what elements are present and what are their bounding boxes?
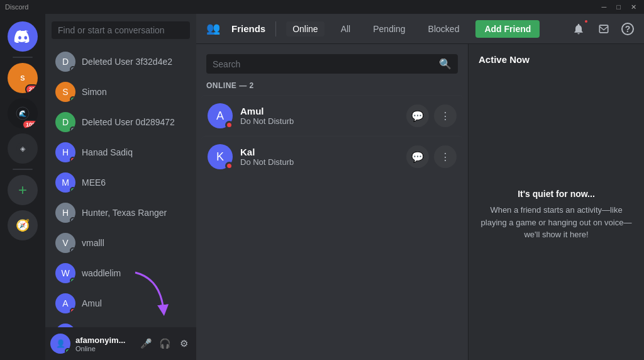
dm-name-dm4: MEE6: [82, 177, 106, 188]
main-content: 👥 Friends Online All Pending Blocked Add…: [196, 14, 644, 360]
dm-avatar-dm3: H: [55, 142, 75, 162]
user-status-text: Online: [75, 345, 133, 352]
header-right: ?: [571, 21, 634, 37]
friend-status-kal: Do Not Disturb: [240, 157, 399, 167]
tab-blocked[interactable]: Blocked: [422, 21, 466, 37]
user-info: afamonyim... Online: [75, 335, 133, 352]
dm-item-dm7[interactable]: W waddlelim: [50, 258, 191, 288]
dm-status-dm0: [70, 66, 75, 72]
dm-name-dm2: Deleted User 0d289472: [82, 117, 175, 127]
home-button[interactable]: [8, 21, 38, 52]
friends-header: 👥 Friends Online All Pending Blocked Add…: [196, 14, 644, 44]
search-input[interactable]: [213, 59, 439, 69]
dm-name-dm5: Hunter, Texas Ranger: [82, 208, 167, 218]
message-kal-button[interactable]: 💬: [406, 145, 429, 168]
dm-name-dm0: Deleted User 3f32d4e2: [82, 57, 172, 67]
help-button[interactable]: ?: [621, 23, 634, 35]
friends-icon: 👥: [206, 21, 221, 37]
active-now-title: Active Now: [479, 54, 530, 65]
app-container: S 27 🌊 108 ◈ +: [0, 14, 644, 360]
notification-badge: [584, 19, 589, 24]
window-controls: ─ □ ✕: [599, 3, 639, 11]
dm-status-dm6: [70, 247, 75, 253]
dm-item-dm3[interactable]: H Hanad Sadiq: [50, 137, 191, 167]
friends-body: 🔍 ONLINE — 2 A Amul: [196, 44, 644, 360]
dm-name-dm3: Hanad Sadiq: [82, 147, 133, 157]
notifications-button[interactable]: [571, 21, 586, 37]
dm-search-bar: [45, 14, 196, 47]
active-now-empty-text: When a friend starts an activity—like pl…: [479, 204, 634, 241]
search-icon: 🔍: [439, 58, 452, 70]
friend-list: A Amul Do Not Disturb 💬 ⋮: [196, 95, 468, 360]
friend-actions-amul: 💬 ⋮: [406, 104, 457, 127]
amul-status-indicator: [225, 121, 233, 129]
dm-sidebar: D Deleted User 3f32d4e2 S Simon D D: [45, 14, 196, 360]
friend-name-kal: Kal: [240, 147, 399, 157]
close-button[interactable]: ✕: [628, 3, 639, 11]
dm-status-dm4: [70, 187, 75, 193]
online-count: ONLINE — 2: [196, 74, 468, 95]
dm-status-dm7: [70, 278, 75, 283]
server-icon-3[interactable]: ◈: [8, 133, 38, 164]
more-amul-button[interactable]: ⋮: [434, 104, 457, 127]
find-conversation-input[interactable]: [52, 21, 190, 39]
dm-list: D Deleted User 3f32d4e2 S Simon D D: [45, 47, 196, 327]
friend-item-kal[interactable]: K Kal Do Not Disturb 💬 ⋮: [201, 136, 463, 177]
dm-status-dm8: [70, 308, 75, 313]
dm-item-dm5[interactable]: H Hunter, Texas Ranger: [50, 198, 191, 228]
minimize-button[interactable]: ─: [599, 3, 609, 11]
dm-item-dm6[interactable]: V vmalll: [50, 228, 191, 258]
friends-title: Friends: [231, 23, 265, 34]
tab-pending[interactable]: Pending: [367, 21, 411, 37]
tab-all[interactable]: All: [335, 21, 357, 37]
dm-item-dm1[interactable]: S Simon: [50, 77, 191, 107]
dm-avatar-dm1: S: [55, 82, 75, 102]
dm-avatar-dm0: D: [55, 52, 75, 72]
active-now-panel: Active Now It's quiet for now... When a …: [468, 44, 644, 360]
dm-item-dm2[interactable]: D Deleted User 0d289472: [50, 107, 191, 137]
dm-item-dm0[interactable]: D Deleted User 3f32d4e2: [50, 47, 191, 77]
dm-status-dm1: [70, 96, 75, 102]
header-divider: [275, 21, 276, 37]
dm-avatar-dm5: H: [55, 203, 75, 223]
add-friend-button[interactable]: Add Friend: [475, 20, 540, 38]
server-badge-2: 108: [22, 120, 38, 128]
server-sidebar: S 27 🌊 108 ◈ +: [0, 14, 45, 360]
maximize-button[interactable]: □: [614, 3, 623, 11]
server-divider-2: [13, 169, 33, 170]
friend-avatar-kal: K: [208, 144, 233, 169]
server-icon-1[interactable]: S 27: [8, 63, 38, 93]
friend-info-amul: Amul Do Not Disturb: [240, 106, 399, 126]
server-icon-2[interactable]: 🌊 108: [8, 98, 38, 128]
friend-name-amul: Amul: [240, 106, 399, 116]
dm-avatar-dm9: K: [55, 323, 75, 327]
server-badge-1: 27: [25, 84, 38, 93]
svg-text:◈: ◈: [20, 145, 26, 152]
kal-status-indicator: [225, 162, 233, 170]
settings-button[interactable]: ⚙: [176, 336, 191, 351]
friend-item-amul[interactable]: A Amul Do Not Disturb 💬 ⋮: [201, 95, 463, 136]
active-now-empty: It's quiet for now... When a friend star…: [479, 80, 634, 350]
app-title: Discord: [5, 3, 599, 11]
dm-name-dm8: Amul: [82, 298, 102, 308]
friend-info-kal: Kal Do Not Disturb: [240, 147, 399, 167]
friend-actions-kal: 💬 ⋮: [406, 145, 457, 168]
dm-item-dm4[interactable]: M MEE6: [50, 167, 191, 198]
microphone-button[interactable]: 🎤: [138, 336, 153, 351]
dm-item-dm8[interactable]: A Amul: [50, 288, 191, 318]
dm-name-dm7: waddlelim: [82, 268, 121, 278]
discover-servers-button[interactable]: 🧭: [8, 210, 38, 240]
friends-search: 🔍: [196, 44, 468, 74]
friend-status-amul: Do Not Disturb: [240, 116, 399, 126]
inbox-button[interactable]: [596, 21, 611, 37]
dm-avatar-dm2: D: [55, 112, 75, 132]
message-amul-button[interactable]: 💬: [406, 104, 429, 127]
dm-name-dm6: vmalll: [82, 238, 104, 248]
dm-avatar-dm8: A: [55, 293, 75, 313]
more-kal-button[interactable]: ⋮: [434, 145, 457, 168]
dm-item-dm9[interactable]: K Kal: [50, 318, 191, 327]
add-server-button[interactable]: +: [8, 175, 38, 205]
tab-online[interactable]: Online: [286, 21, 324, 37]
server-divider: [13, 57, 33, 58]
headset-button[interactable]: 🎧: [157, 336, 172, 351]
